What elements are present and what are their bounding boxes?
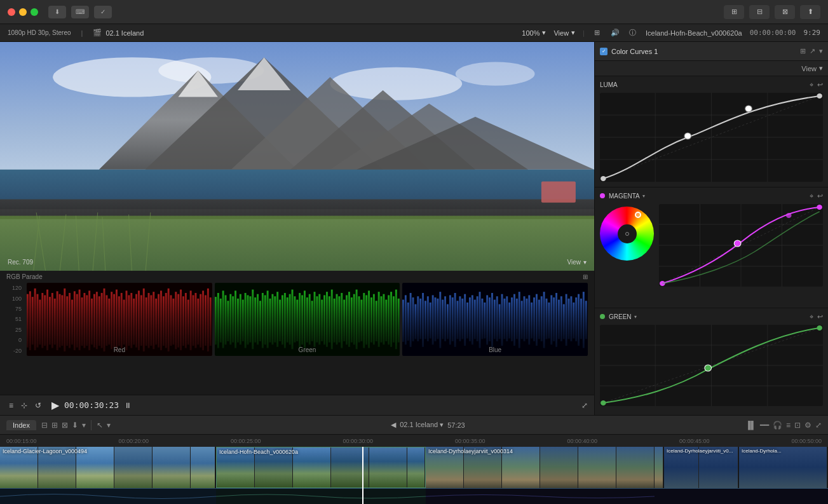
- tl-icon-4[interactable]: ⬇: [72, 421, 78, 430]
- tool-btn-2[interactable]: ⊹: [18, 400, 30, 411]
- svg-rect-78: [158, 294, 159, 348]
- view-badge-chevron: ▾: [583, 259, 587, 266]
- zoom-slider[interactable]: ━━: [760, 421, 769, 430]
- tl-chevron[interactable]: ▾: [82, 421, 86, 430]
- green-section: GREEN ▾ ⌖ ↩: [595, 308, 828, 415]
- layout-btn-3[interactable]: ⊠: [775, 5, 795, 19]
- waveform-expand-icon[interactable]: ⊞: [583, 273, 588, 280]
- svg-rect-91: [190, 290, 192, 350]
- index-tab[interactable]: Index: [6, 420, 36, 430]
- curves-enable-checkbox[interactable]: ✓: [600, 48, 607, 55]
- svg-rect-125: [276, 292, 278, 347]
- svg-rect-82: [168, 289, 170, 351]
- svg-rect-42: [69, 293, 71, 348]
- key-icon[interactable]: ⌨: [71, 6, 89, 18]
- clip-appear-icon[interactable]: ⊡: [794, 421, 801, 430]
- layout-btn-2[interactable]: ⊟: [749, 5, 770, 19]
- download-icon[interactable]: ⬇: [48, 6, 66, 18]
- tool-btn-3[interactable]: ↺: [32, 400, 44, 411]
- view-badge[interactable]: View ▾: [567, 259, 587, 266]
- svg-rect-170: [388, 295, 390, 344]
- magenta-picker-icon[interactable]: ⌖: [810, 192, 813, 200]
- minimize-button[interactable]: [19, 8, 27, 16]
- pause-button[interactable]: ⏸: [121, 400, 134, 411]
- svg-rect-183: [422, 293, 424, 347]
- svg-rect-35: [51, 293, 53, 348]
- check-icon[interactable]: ✓: [94, 6, 112, 18]
- audio-icon[interactable]: 🔊: [610, 28, 620, 38]
- rec-badge: Rec. 709: [8, 259, 33, 266]
- fullscreen-button[interactable]: [31, 8, 38, 16]
- tl-prev-icon[interactable]: ◀: [391, 421, 396, 429]
- green-picker-icon[interactable]: ⌖: [810, 313, 813, 321]
- magenta-reset-icon[interactable]: ↩: [817, 192, 823, 200]
- frame: [655, 447, 663, 488]
- arrow-tool-chevron[interactable]: ▾: [107, 421, 111, 430]
- svg-rect-137: [306, 297, 308, 343]
- fullscreen-tl-icon[interactable]: ⤢: [815, 421, 822, 430]
- svg-rect-115: [252, 290, 254, 350]
- svg-rect-192: [444, 296, 446, 341]
- svg-rect-31: [41, 293, 43, 348]
- waveform-section: RGB Parade ⊞ 120 100 75 51 25 0 -20: [0, 271, 594, 395]
- zoom-control[interactable]: 100% ▾: [522, 29, 546, 37]
- arrow-tool-icon[interactable]: ↖: [97, 421, 103, 430]
- ruler-mark-5: 00:00:35:00: [455, 438, 485, 444]
- clip-glacier[interactable]: Iceland-Glacier-Lagoon_v000494: [0, 447, 216, 488]
- settings-icon[interactable]: ⚙: [804, 421, 811, 430]
- close-button[interactable]: [8, 8, 15, 16]
- svg-rect-113: [247, 295, 248, 344]
- titlebar-right: ⊞ ⊟ ⊠ ⬆: [724, 5, 820, 19]
- zoom-chevron: ▾: [542, 29, 546, 37]
- view-chevron: ▾: [571, 29, 575, 37]
- clip-dyr3[interactable]: Iceland-Dyrhola...: [739, 447, 828, 488]
- tl-icon-3[interactable]: ⊠: [62, 421, 68, 430]
- clip-hofn[interactable]: Iceland-Hofn-Beach_v000620a: [216, 447, 426, 488]
- svg-rect-221: [516, 299, 518, 339]
- audio-mixer-icon[interactable]: ≡: [786, 421, 791, 430]
- green-reset-icon[interactable]: ↩: [817, 313, 823, 321]
- waveform-blue: Blue: [402, 283, 588, 356]
- svg-point-4: [456, 62, 535, 85]
- magenta-curve-svg: [659, 204, 823, 287]
- clip-dyr2[interactable]: Iceland-Dyrholaeyjarviiti_v0...: [664, 447, 739, 488]
- layout-btn-1[interactable]: ⊞: [724, 5, 744, 19]
- headphone-icon[interactable]: 🎧: [773, 421, 782, 430]
- info-icon[interactable]: ⓘ: [628, 28, 638, 38]
- svg-rect-234: [548, 303, 550, 339]
- luma-curve-area[interactable]: [600, 93, 823, 182]
- clip-dyr1[interactable]: Iceland-Dyrholaeyjarviit_v000314: [426, 447, 664, 488]
- share-btn[interactable]: ⬆: [800, 5, 820, 19]
- magenta-curve-area[interactable]: [600, 204, 823, 303]
- zoom-in-icon[interactable]: ▐▌: [745, 421, 756, 430]
- svg-rect-57: [105, 295, 107, 346]
- color-wheel[interactable]: [600, 207, 654, 261]
- scope-icon[interactable]: ⊞: [592, 28, 602, 38]
- svg-rect-186: [430, 303, 431, 339]
- green-chevron[interactable]: ▾: [634, 314, 637, 320]
- curves-arrow-icon[interactable]: ↗: [810, 47, 815, 55]
- svg-rect-54: [98, 296, 100, 346]
- curves-view-label[interactable]: View ▾: [801, 64, 823, 72]
- tool-btn-1[interactable]: ≡: [6, 400, 16, 411]
- luma-reset-icon[interactable]: ↩: [817, 81, 823, 89]
- svg-rect-128: [284, 293, 286, 348]
- svg-rect-233: [546, 299, 548, 339]
- svg-rect-247: [580, 299, 582, 339]
- fullscreen-btn[interactable]: ⤢: [581, 401, 588, 410]
- tl-icon-1[interactable]: ⊟: [41, 421, 48, 430]
- play-button[interactable]: ▶: [49, 398, 62, 412]
- waveform-content: 120 100 75 51 25 0 -20: [0, 283, 594, 356]
- curves-chevron-icon[interactable]: ▾: [819, 47, 823, 55]
- curves-options-icon[interactable]: ⊞: [800, 47, 806, 55]
- svg-rect-206: [479, 292, 481, 348]
- luma-picker-icon[interactable]: ⌖: [810, 81, 813, 89]
- view-button[interactable]: View ▾: [553, 29, 575, 37]
- tl-icon-2[interactable]: ⊞: [51, 421, 58, 430]
- svg-rect-202: [469, 297, 471, 341]
- svg-rect-155: [351, 297, 353, 343]
- wheel-cursor[interactable]: [635, 212, 641, 218]
- magenta-chevron[interactable]: ▾: [642, 193, 645, 199]
- clip-name-tl[interactable]: 02.1 Iceland ▾: [400, 421, 444, 429]
- green-curve-area[interactable]: [600, 325, 823, 414]
